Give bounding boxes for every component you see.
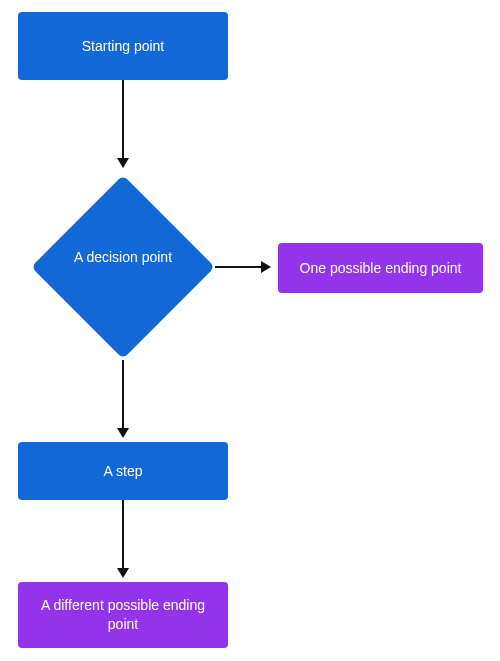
edge-start-to-decision [122,80,124,160]
arrow-head-icon [261,261,271,273]
arrow-head-icon [117,158,129,168]
node-step-label: A step [104,462,143,481]
arrow-head-icon [117,428,129,438]
node-end1-label: One possible ending point [300,259,462,278]
node-end1: One possible ending point [278,243,483,293]
edge-decision-to-end1 [215,266,263,268]
arrow-head-icon [117,568,129,578]
node-end2-label: A different possible ending point [30,596,216,634]
node-step: A step [18,442,228,500]
node-start: Starting point [18,12,228,80]
node-start-label: Starting point [82,37,165,56]
node-end2: A different possible ending point [18,582,228,648]
edge-decision-to-step [122,360,124,430]
edge-step-to-end2 [122,500,124,570]
node-decision [31,175,215,359]
